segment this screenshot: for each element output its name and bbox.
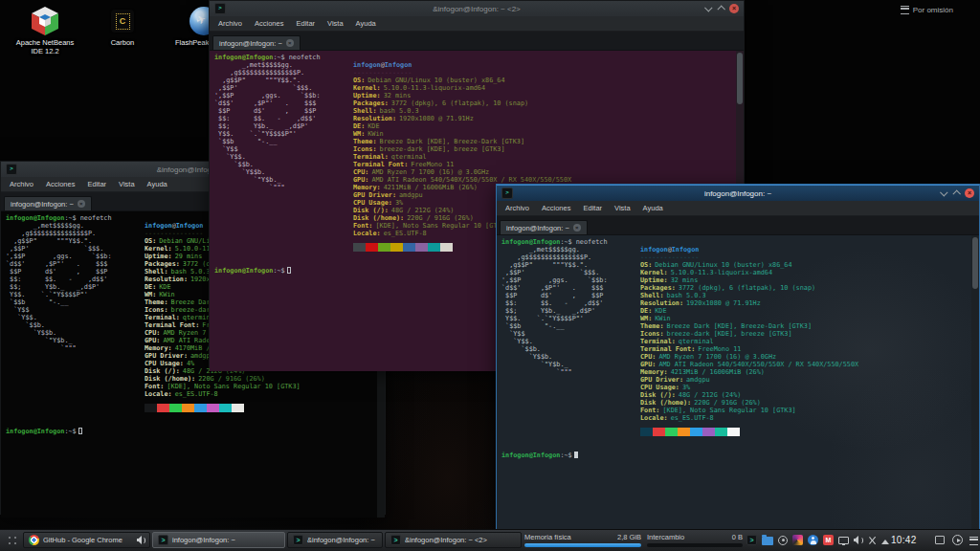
color-swatch bbox=[366, 243, 378, 252]
tray-clipboard-scissors-icon[interactable] bbox=[867, 536, 877, 545]
qterminal-icon: > bbox=[158, 535, 168, 545]
neofetch-info-line: Terminal:qterminal bbox=[640, 338, 858, 345]
menu-item[interactable]: Editar bbox=[296, 19, 315, 28]
neofetch-info-line: CPU:AMD Ryzen 7 1700 (16) @ 3.0GHz bbox=[353, 168, 571, 176]
terminal-cursor bbox=[78, 428, 82, 434]
task-label: &infogon@Infogon: ~ <2> bbox=[405, 536, 516, 544]
tray-qterminal-icon[interactable]: > bbox=[746, 535, 757, 545]
tray-record-icon[interactable] bbox=[778, 536, 788, 545]
terminal-output[interactable]: infogon@Infogon:~$ neofetch _,met$$$$$gg… bbox=[497, 235, 979, 533]
neofetch-info-line: DE:KDE bbox=[353, 122, 571, 130]
menu-item[interactable]: Archivo bbox=[10, 180, 33, 188]
neofetch-info-line: Shell:bash 5.0.3 bbox=[640, 292, 858, 299]
tab-close-icon[interactable]: × bbox=[78, 200, 85, 208]
maximize-button[interactable] bbox=[952, 189, 960, 197]
menu-item[interactable]: Acciones bbox=[542, 204, 570, 212]
neofetch-info-line: OS:Debian GNU/Linux 10 (buster) x86_64 bbox=[640, 261, 858, 269]
color-swatch bbox=[232, 404, 244, 412]
media-player-icon[interactable] bbox=[952, 535, 963, 545]
menu-item[interactable]: Vista bbox=[119, 180, 135, 188]
command-line: infogon@Infogon:~$ neofetch bbox=[501, 238, 968, 246]
neofetch-info-line: Resolution:1920x1080 @ 71.91Hz bbox=[640, 299, 858, 307]
menu-item[interactable]: Acciones bbox=[46, 180, 75, 188]
close-button[interactable]: × bbox=[729, 4, 739, 13]
neofetch-info-line: Packages:3772 (dpkg), 6 (flatpak), 10 (s… bbox=[640, 284, 858, 292]
neofetch-info-line: Locale:es_ES.UTF-8 bbox=[640, 414, 858, 422]
color-swatch bbox=[665, 428, 678, 436]
desktop-icon-label: Carbon bbox=[96, 38, 149, 47]
neofetch-info-line: Resolution:1920x1080 @ 71.91Hz bbox=[353, 115, 571, 122]
neofetch-info-line: Icons:breeze-dark [KDE], breeze [GTK3] bbox=[353, 145, 571, 153]
task-label: infogon@Infogon: ~ bbox=[172, 536, 279, 544]
titlebar[interactable]: > &infogon@Infogon: ~ <2> × bbox=[210, 1, 744, 16]
color-swatch bbox=[403, 243, 415, 252]
qterminal-icon: > bbox=[390, 535, 401, 545]
activity-label-text: Por omisión bbox=[913, 6, 953, 14]
debian-ascii-logo: _,met$$$$$gg. ,g$$$$$$$$$$$$$$$P. ,g$$P"… bbox=[214, 61, 350, 255]
terminal-window-active[interactable]: > infogon@Infogon: ~ × ArchivoAccionesEd… bbox=[496, 184, 980, 529]
neofetch-info-line: Locale:es_ES.UTF-8 bbox=[145, 390, 363, 398]
terminal-scrollbar[interactable] bbox=[971, 235, 979, 533]
terminal-cursor bbox=[574, 452, 578, 458]
minimize-button[interactable] bbox=[940, 188, 947, 196]
color-swatch bbox=[715, 428, 727, 436]
pager-icon[interactable] bbox=[935, 536, 945, 544]
terminal-color-strip bbox=[145, 404, 363, 416]
tab-close-icon[interactable]: × bbox=[573, 224, 581, 231]
taskbar-task-terminal-1[interactable]: > infogon@Infogon: ~ bbox=[152, 532, 285, 548]
terminal-tab[interactable]: infogon@Infogon: ~ × bbox=[212, 35, 301, 50]
shell-prompt: infogon@Infogon:~$ bbox=[6, 428, 373, 435]
audio-playing-icon[interactable] bbox=[137, 536, 145, 544]
menu-item[interactable]: Vista bbox=[327, 19, 344, 28]
terminal-color-strip bbox=[640, 428, 858, 440]
tray-display-icon[interactable] bbox=[838, 537, 849, 544]
terminal-cursor bbox=[287, 267, 291, 274]
clock[interactable]: 10:42 bbox=[891, 535, 917, 545]
qterminal-icon: > bbox=[293, 535, 303, 545]
neofetch-info-line: WM:KWin bbox=[353, 130, 571, 138]
menu-item[interactable]: Acciones bbox=[255, 19, 283, 28]
color-swatch bbox=[702, 428, 715, 436]
tab-close-icon[interactable]: × bbox=[286, 39, 294, 47]
neofetch-info-line: Disk (/home):220G / 916G (26%) bbox=[640, 399, 858, 407]
desktop-icon-netbeans[interactable]: Apache NetBeans IDE 12.2 bbox=[8, 4, 82, 55]
panel-settings-icon[interactable] bbox=[969, 537, 978, 545]
taskbar-task-terminal-3[interactable]: > &infogon@Infogon: ~ <2> bbox=[385, 532, 522, 548]
minimize-button[interactable] bbox=[704, 4, 712, 11]
swap-meter[interactable]: Intercambio 0 B bbox=[647, 533, 743, 547]
maximize-button[interactable] bbox=[717, 5, 724, 12]
titlebar[interactable]: > infogon@Infogon: ~ × bbox=[497, 185, 979, 201]
menu-item[interactable]: Editar bbox=[87, 180, 106, 188]
color-swatch bbox=[440, 243, 453, 252]
tab-label: infogon@Infogon: ~ bbox=[11, 200, 74, 209]
tray-color-app-icon[interactable] bbox=[792, 535, 803, 545]
tray-mail-icon[interactable]: M bbox=[823, 535, 834, 545]
swap-value: 0 B bbox=[732, 533, 743, 541]
menu-item[interactable]: Archivo bbox=[505, 204, 529, 212]
tray-volume-icon[interactable] bbox=[854, 536, 862, 545]
neofetch-info-line: GPU Driver:amdgpu bbox=[640, 376, 858, 384]
menu-item[interactable]: Ayuda bbox=[356, 19, 376, 28]
terminal-tab[interactable]: infogon@Infogon: ~ × bbox=[500, 220, 588, 234]
activity-label[interactable]: Por omisión bbox=[901, 6, 953, 14]
window-title: &infogon@Infogon: ~ <2> bbox=[210, 5, 744, 13]
tray-expand-icon[interactable] bbox=[881, 540, 889, 544]
taskbar-task-terminal-2[interactable]: > &infogon@Infogon: ~ bbox=[287, 532, 383, 548]
taskbar-task-chrome[interactable]: GitHub - Google Chrome bbox=[23, 532, 150, 548]
tray-user-icon[interactable] bbox=[808, 535, 818, 545]
color-swatch bbox=[194, 404, 207, 412]
color-swatch bbox=[727, 428, 740, 436]
tab-bar: infogon@Infogon: ~ × bbox=[497, 216, 979, 235]
close-button[interactable]: × bbox=[965, 188, 974, 198]
app-launcher-icon[interactable] bbox=[7, 535, 18, 546]
menu-item[interactable]: Ayuda bbox=[643, 204, 663, 212]
desktop-icon-carbon[interactable]: C Carbon bbox=[96, 4, 149, 55]
terminal-tab[interactable]: infogon@Infogon: ~ × bbox=[4, 196, 92, 210]
menu-item[interactable]: Ayuda bbox=[147, 180, 167, 188]
memory-meter[interactable]: Memoria física 2,8 GiB bbox=[524, 533, 641, 547]
menu-item[interactable]: Editar bbox=[583, 204, 602, 212]
tray-folder-icon[interactable] bbox=[762, 537, 773, 545]
menu-item[interactable]: Vista bbox=[614, 204, 631, 212]
terminal-app-icon: > bbox=[214, 3, 226, 14]
menu-item[interactable]: Archivo bbox=[218, 19, 242, 28]
